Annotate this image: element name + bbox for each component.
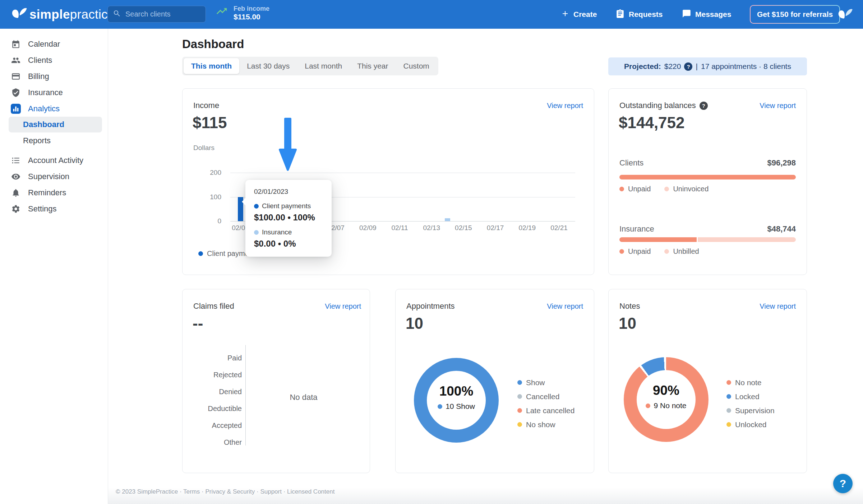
legend-label: Locked xyxy=(735,392,760,401)
legend-item-unpaid: Unpaid xyxy=(619,185,651,193)
tab-last-month[interactable]: Last month xyxy=(297,58,350,74)
unpaid-dot xyxy=(619,187,624,191)
help-question-icon[interactable]: ? xyxy=(684,62,692,71)
sidebar-item-reminders[interactable]: Reminders xyxy=(0,185,108,201)
projected-banner: Projected: $220 ? | 17 appointments · 8 … xyxy=(608,57,807,75)
insurance-balance-legend: UnpaidUnbilled xyxy=(619,247,699,256)
claims-category-denied: Denied xyxy=(183,383,242,400)
cursor-arrow-annotation xyxy=(276,117,299,172)
sidebar-item-calendar[interactable]: Calendar xyxy=(0,36,108,52)
sidebar-item-insurance[interactable]: Insurance xyxy=(0,84,108,101)
projected-separator: | xyxy=(696,62,697,71)
view-report-link[interactable]: View report xyxy=(760,102,796,110)
tooltip-amount: $0.00 • 0% xyxy=(254,239,323,249)
legend-item-no-note: No note xyxy=(726,375,775,389)
card-title: Appointments xyxy=(406,302,455,311)
claims-category-rejected: Rejected xyxy=(183,367,242,383)
messages-button[interactable]: Messages xyxy=(682,0,731,29)
client-payments-dot xyxy=(254,204,259,209)
plus-icon xyxy=(561,9,569,20)
insurance-balance-bar xyxy=(619,237,796,242)
create-button[interactable]: Create xyxy=(561,0,597,29)
sidebar-item-label: Supervision xyxy=(28,172,69,181)
chart-bar-client-payments[interactable] xyxy=(238,197,243,221)
income-bar-chart: 200100002/0102/0302/0502/0702/0902/1102/… xyxy=(183,89,594,275)
donut-center-pct: 90% xyxy=(624,383,709,398)
footer-separator: · xyxy=(282,488,287,495)
view-report-link[interactable]: View report xyxy=(547,302,583,311)
sidebar-item-account-activity[interactable]: Account Activity xyxy=(0,152,108,168)
view-report-link[interactable]: View report xyxy=(760,302,796,311)
tab-this-year[interactable]: This year xyxy=(350,58,396,74)
balances-title-text: Outstanding balances xyxy=(619,101,696,110)
show-dot xyxy=(517,380,522,385)
view-report-link[interactable]: View report xyxy=(325,302,361,311)
donut-center: 90% 9 No note xyxy=(624,383,709,410)
referral-button[interactable]: Get $150 for referrals xyxy=(750,5,840,24)
sidebar-item-analytics[interactable]: Analytics xyxy=(0,101,108,117)
client-payments-dot xyxy=(198,251,203,256)
requests-button[interactable]: Requests xyxy=(615,0,663,29)
page-title: Dashboard xyxy=(182,37,244,51)
projected-label: Projected: xyxy=(624,62,661,71)
show-dot xyxy=(438,404,442,409)
sidebar-item-clients[interactable]: Clients xyxy=(0,52,108,68)
footer-separator: · xyxy=(255,488,260,495)
x-axis-tick: 02/09 xyxy=(359,224,377,232)
month-income-summary[interactable]: Feb income $115.00 xyxy=(215,5,269,21)
legend-label: Unbilled xyxy=(673,247,699,256)
x-axis-tick: 02/19 xyxy=(519,224,536,232)
footer-link-privacy-security[interactable]: Privacy & Security xyxy=(205,488,255,495)
analytics-icon xyxy=(11,104,21,114)
help-question-icon[interactable]: ? xyxy=(700,102,708,110)
footer-link-terms[interactable]: Terms xyxy=(183,488,200,495)
locked-dot xyxy=(726,394,731,399)
footer-separator: · xyxy=(178,488,183,495)
sidebar-item-billing[interactable]: Billing xyxy=(0,68,108,84)
legend-label: Cancelled xyxy=(526,392,559,401)
simplepractice-logo[interactable]: simplepractice xyxy=(11,0,115,29)
tab-custom[interactable]: Custom xyxy=(396,58,437,74)
clipboard-icon xyxy=(615,9,625,20)
sidebar-item-reports[interactable]: Reports xyxy=(0,132,108,149)
sidebar-item-supervision[interactable]: Supervision xyxy=(0,168,108,185)
tab-this-month[interactable]: This month xyxy=(184,58,239,74)
tab-last-30-days[interactable]: Last 30 days xyxy=(239,58,297,74)
no-show-dot xyxy=(517,422,522,427)
chart-bar-insurance[interactable] xyxy=(445,218,450,221)
tooltip-row-insurance: Insurance$0.00 • 0% xyxy=(254,228,323,249)
sidebar-item-label: Insurance xyxy=(28,88,63,97)
insurance-balance-row: Insurance $48,744 xyxy=(619,224,796,234)
footer-link-licensed-content[interactable]: Licensed Content xyxy=(287,488,334,495)
help-button[interactable]: ? xyxy=(833,474,853,493)
donut-center: 100% 10 Show xyxy=(414,384,499,411)
notes-total: 10 xyxy=(619,314,636,332)
notes-donut-chart: 90% 9 No note xyxy=(624,357,709,442)
sidebar-item-settings[interactable]: Settings xyxy=(0,201,108,217)
y-axis-tick: 0 xyxy=(187,217,221,225)
search-input[interactable]: Search clients xyxy=(107,6,206,23)
no-data-text: No data xyxy=(245,393,362,402)
legend-item-unbilled: Unbilled xyxy=(664,247,699,256)
sidebar-item-label: Analytics xyxy=(28,104,60,113)
supervision-icon xyxy=(11,172,21,182)
legend-item-supervision: Supervision xyxy=(726,403,775,417)
sidebar-item-label: Settings xyxy=(28,204,57,214)
butterfly-mark-icon[interactable] xyxy=(837,6,854,24)
legend-label: Late cancelled xyxy=(526,406,574,415)
notes-legend: No noteLockedSupervisionUnlocked xyxy=(726,375,775,431)
balance-segment xyxy=(619,175,796,179)
footer-link-support[interactable]: Support xyxy=(260,488,282,495)
late-cancelled-dot xyxy=(517,408,522,413)
tooltip-row-client-payments: Client payments$100.00 • 100% xyxy=(254,202,323,223)
tooltip-series-label: Insurance xyxy=(262,228,292,236)
insurance-dot xyxy=(254,230,259,235)
legend-label: Uninvoiced xyxy=(673,185,709,193)
sidebar-item-dashboard[interactable]: Dashboard xyxy=(9,117,102,132)
brand-name: simplepractice xyxy=(29,7,115,22)
unlocked-dot xyxy=(726,422,731,427)
legend-label: Unpaid xyxy=(628,247,651,256)
no-note-dot xyxy=(726,380,731,385)
balance-segment xyxy=(698,237,796,242)
donut-center-label: 10 Show xyxy=(414,402,499,411)
